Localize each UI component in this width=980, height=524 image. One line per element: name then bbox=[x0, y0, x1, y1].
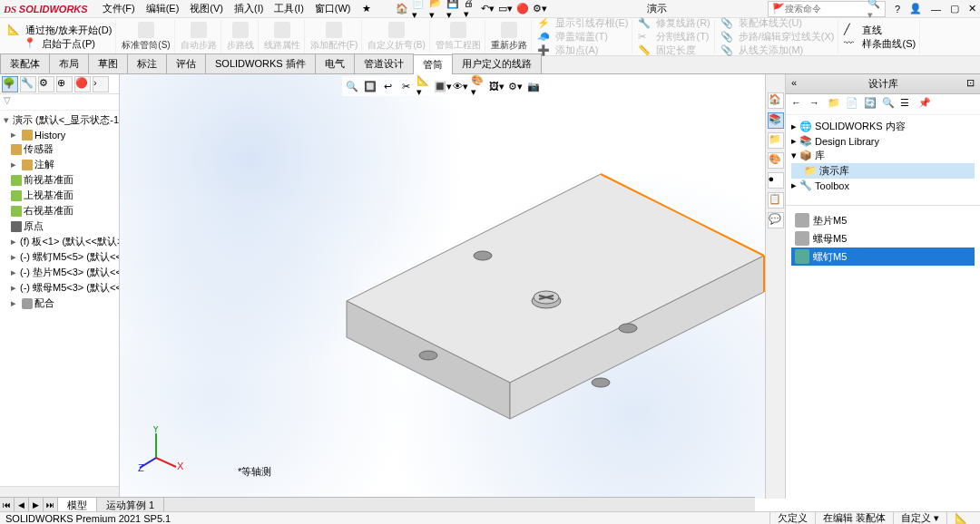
menu-edit[interactable]: 编辑(E) bbox=[141, 2, 185, 15]
tab-assembly[interactable]: 装配体 bbox=[0, 53, 50, 73]
help-pin-icon[interactable]: ⊡ bbox=[966, 77, 975, 89]
options-icon[interactable]: ⚙▾ bbox=[533, 2, 547, 16]
view-settings-icon[interactable]: ⚙▾ bbox=[507, 78, 524, 94]
taskpane-view-palette[interactable]: 🎨 bbox=[768, 152, 784, 169]
zoom-area-icon[interactable]: 🔲 bbox=[362, 78, 378, 94]
lib-addfile-icon[interactable]: 📄 bbox=[846, 97, 860, 112]
tab-electrical[interactable]: 电气 bbox=[315, 53, 355, 73]
minimize-icon[interactable]: — bbox=[931, 4, 941, 15]
taskpane-file-explorer[interactable]: 📁 bbox=[768, 132, 784, 149]
view-triad[interactable]: Y X Z bbox=[138, 426, 183, 471]
collapse-icon[interactable]: « bbox=[791, 77, 797, 88]
tab-sketch[interactable]: 草图 bbox=[88, 53, 128, 73]
graphics-viewport[interactable]: 🔍 🔲 ↩ ✂ 📐▾ 🔳▾ 👁▾ 🎨▾ 🖼▾ ⚙▾ 📷 bbox=[120, 74, 765, 499]
tab-first[interactable]: ⏮ bbox=[0, 498, 15, 511]
scene-icon[interactable]: 🖼▾ bbox=[489, 78, 505, 94]
ribbon-line-group[interactable]: ╱直线 〰样条曲线(S) bbox=[840, 20, 920, 53]
tab-annotate[interactable]: 标注 bbox=[127, 53, 167, 73]
tree-root[interactable]: ▾演示 (默认<_显示状态-1 bbox=[2, 112, 117, 128]
help-icon[interactable]: ? bbox=[895, 4, 900, 15]
taskpane-appearances[interactable]: ● bbox=[768, 172, 784, 189]
fm-tab-property[interactable]: 🔧 bbox=[20, 76, 36, 92]
taskpane-design-library[interactable]: 📚 bbox=[768, 112, 784, 129]
ribbon-standard-tube[interactable]: 标准管筒(S) bbox=[118, 20, 174, 53]
open-icon[interactable]: 📂▾ bbox=[429, 2, 444, 16]
tab-next[interactable]: ▶ bbox=[29, 498, 44, 511]
tree-annotations[interactable]: ▸注解 bbox=[2, 157, 117, 172]
tree-filter[interactable]: ▽ bbox=[0, 94, 119, 111]
lib-toolbox[interactable]: ▸ 🔧Toolbox bbox=[791, 179, 975, 192]
tree-origin[interactable]: 原点 bbox=[2, 218, 117, 234]
tab-tubing[interactable]: 管筒 bbox=[413, 54, 453, 74]
section-icon[interactable]: ✂ bbox=[398, 78, 415, 94]
fm-tab-more[interactable]: › bbox=[93, 76, 109, 92]
prev-view-icon[interactable]: ↩ bbox=[380, 78, 397, 94]
lib-sw-content[interactable]: ▸ 🌐SOLIDWORKS 内容 bbox=[791, 119, 975, 134]
fm-tab-dim[interactable]: ⊕ bbox=[56, 76, 73, 92]
undo-icon[interactable]: ↶▾ bbox=[481, 2, 495, 16]
tab-motion-study[interactable]: 运动算例 1 bbox=[97, 498, 164, 511]
lib-pin-icon[interactable]: 📌 bbox=[918, 97, 933, 112]
menu-window[interactable]: 窗口(W) bbox=[309, 2, 357, 15]
menu-file[interactable]: 文件(F) bbox=[97, 2, 141, 15]
ribbon-reroute[interactable]: 重新步路 bbox=[487, 20, 532, 53]
menu-insert[interactable]: 插入(I) bbox=[229, 2, 269, 15]
tree-right-plane[interactable]: 右视基准面 bbox=[2, 203, 117, 218]
tab-piping[interactable]: 管道设计 bbox=[354, 53, 414, 73]
tree-part-screw[interactable]: ▸(-) 螺钉M5<5> (默认<<默 bbox=[2, 249, 117, 265]
tree-top-plane[interactable]: 上视基准面 bbox=[2, 188, 117, 203]
tree-part-plate[interactable]: ▸(f) 板<1> (默认<<默认>_显 bbox=[2, 234, 117, 249]
lib-item-nut[interactable]: 螺母M5 bbox=[791, 229, 975, 247]
tab-user-routes[interactable]: 用户定义的线路 bbox=[452, 53, 542, 73]
status-custom[interactable]: 自定义 ▾ bbox=[893, 511, 946, 524]
search-input[interactable] bbox=[785, 4, 867, 14]
menu-more[interactable]: ★ bbox=[357, 3, 377, 15]
orient-icon[interactable]: 📐▾ bbox=[416, 78, 433, 94]
tree-history[interactable]: ▸History bbox=[2, 128, 117, 141]
model-plate[interactable] bbox=[283, 147, 765, 491]
tab-addins[interactable]: SOLIDWORKS 插件 bbox=[205, 53, 316, 73]
close-icon[interactable]: ✕ bbox=[968, 3, 976, 15]
fm-tab-config[interactable]: ⚙ bbox=[38, 76, 54, 92]
select-icon[interactable]: ▭▾ bbox=[498, 2, 513, 16]
display-style-icon[interactable]: 🔳▾ bbox=[435, 78, 451, 94]
render-icon[interactable]: 📷 bbox=[525, 78, 542, 94]
new-icon[interactable]: 📄▾ bbox=[412, 2, 426, 16]
ribbon-start[interactable]: 📐通过拖/放来开始(D) 📍启始于点(P) bbox=[4, 20, 116, 53]
tree-mates[interactable]: ▸配合 bbox=[2, 296, 117, 311]
lib-item-washer[interactable]: 垫片M5 bbox=[791, 211, 975, 229]
lib-design-library[interactable]: ▸ 📚Design Library bbox=[791, 134, 975, 148]
lib-fwd-icon[interactable]: → bbox=[809, 97, 824, 112]
tab-layout[interactable]: 布局 bbox=[49, 53, 89, 73]
taskpane-home[interactable]: 🏠 bbox=[768, 92, 784, 109]
menu-tools[interactable]: 工具(I) bbox=[269, 2, 309, 15]
fm-tab-tree[interactable]: 🌳 bbox=[2, 76, 18, 92]
search-box[interactable]: 🚩 🔍▾ bbox=[768, 1, 886, 17]
lib-item-screw[interactable]: 螺钉M5 bbox=[791, 247, 975, 266]
lib-ku[interactable]: ▾ 📦库 bbox=[791, 148, 975, 163]
tab-evaluate[interactable]: 评估 bbox=[166, 53, 206, 73]
tab-prev[interactable]: ◀ bbox=[15, 498, 29, 511]
lib-search-icon[interactable]: 🔍 bbox=[882, 97, 897, 112]
maximize-icon[interactable]: ▢ bbox=[950, 3, 959, 15]
tab-last[interactable]: ⏭ bbox=[44, 498, 58, 511]
tree-sensors[interactable]: 传感器 bbox=[2, 141, 117, 157]
save-icon[interactable]: 💾▾ bbox=[446, 2, 461, 16]
lib-refresh-icon[interactable]: 🔄 bbox=[864, 97, 878, 112]
menu-view[interactable]: 视图(V) bbox=[184, 2, 229, 15]
zoom-fit-icon[interactable]: 🔍 bbox=[344, 78, 360, 94]
print-icon[interactable]: 🖨▾ bbox=[464, 2, 478, 16]
lib-add-icon[interactable]: 📁 bbox=[828, 97, 842, 112]
taskpane-custom-props[interactable]: 📋 bbox=[768, 192, 784, 209]
status-unit-icon[interactable]: 📐 bbox=[946, 512, 975, 524]
user-icon[interactable]: 👤 bbox=[909, 3, 922, 15]
lib-back-icon[interactable]: ← bbox=[791, 97, 806, 112]
appearance-icon[interactable]: 🎨▾ bbox=[471, 78, 487, 94]
lib-demo-folder[interactable]: 📁演示库 bbox=[791, 163, 975, 179]
fm-tab-display[interactable]: 🔴 bbox=[74, 76, 91, 92]
home-icon[interactable]: 🏠 bbox=[395, 2, 409, 16]
hide-show-icon[interactable]: 👁▾ bbox=[453, 78, 469, 94]
tree-part-nut[interactable]: ▸(-) 螺母M5<3> (默认<<默 bbox=[2, 280, 117, 296]
rebuild-icon[interactable]: 🔴 bbox=[515, 2, 530, 16]
lib-config-icon[interactable]: ☰ bbox=[900, 97, 915, 112]
